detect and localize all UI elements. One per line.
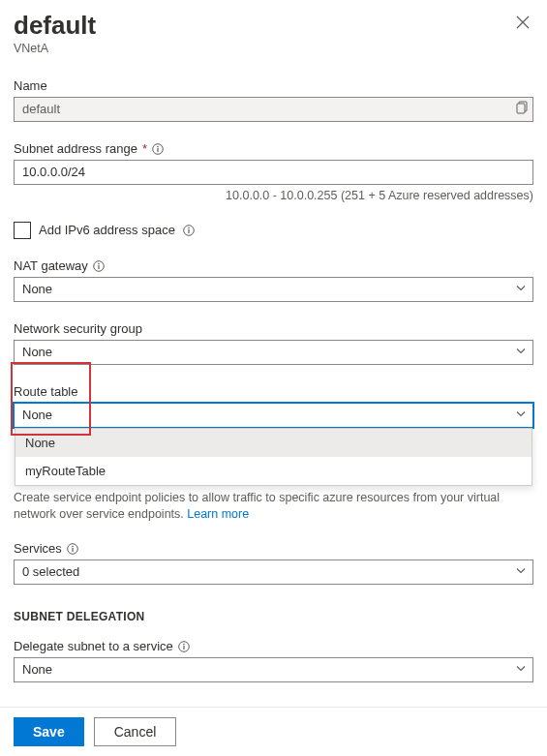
- route-table-dropdown[interactable]: None None myRouteTable: [14, 403, 533, 428]
- nsg-value: None: [22, 345, 52, 359]
- services-label: Services: [14, 541, 62, 556]
- nat-gateway-dropdown[interactable]: None: [14, 277, 533, 302]
- chevron-down-icon: [515, 345, 527, 359]
- delegate-value: None: [22, 662, 52, 677]
- route-table-option-myroutetable[interactable]: myRouteTable: [15, 457, 532, 485]
- copy-icon[interactable]: [516, 101, 530, 118]
- nsg-dropdown[interactable]: None: [14, 340, 533, 365]
- breadcrumb: VNetA: [14, 42, 533, 55]
- route-table-value: None: [22, 408, 52, 422]
- nat-gateway-value: None: [22, 282, 52, 296]
- footer: Save Cancel: [0, 707, 547, 756]
- name-label: Name: [14, 78, 533, 93]
- info-icon[interactable]: [183, 223, 195, 237]
- add-ipv6-label: Add IPv6 address space: [39, 223, 175, 237]
- svg-rect-1: [517, 104, 525, 113]
- close-icon[interactable]: [512, 12, 533, 37]
- service-endpoints-helper-text: Create service endpoint policies to allo…: [14, 491, 500, 522]
- svg-point-15: [183, 643, 185, 645]
- subnet-delegation-heading: SUBNET DELEGATION: [14, 610, 533, 623]
- chevron-down-icon: [515, 662, 527, 677]
- subnet-range-label: Subnet address range: [14, 141, 137, 156]
- chevron-down-icon: [515, 564, 527, 579]
- route-table-option-none[interactable]: None: [15, 429, 532, 457]
- nsg-label: Network security group: [14, 321, 533, 336]
- chevron-down-icon: [515, 408, 527, 422]
- route-table-label: Route table: [14, 384, 533, 399]
- service-endpoints-helper: Create service endpoint policies to allo…: [14, 490, 533, 524]
- svg-rect-10: [98, 265, 99, 269]
- svg-rect-7: [188, 229, 189, 233]
- page-title: default: [14, 12, 512, 40]
- info-icon[interactable]: [178, 639, 190, 653]
- svg-point-9: [98, 262, 100, 264]
- svg-point-3: [157, 145, 159, 147]
- svg-point-12: [72, 545, 74, 547]
- svg-rect-4: [157, 148, 158, 152]
- chevron-down-icon: [515, 282, 527, 296]
- save-button[interactable]: Save: [14, 717, 84, 746]
- info-icon[interactable]: [93, 258, 105, 273]
- learn-more-link[interactable]: Learn more: [187, 507, 249, 521]
- subnet-range-hint: 10.0.0.0 - 10.0.0.255 (251 + 5 Azure res…: [14, 189, 533, 202]
- delegate-label: Delegate subnet to a service: [14, 639, 173, 653]
- svg-rect-16: [183, 646, 184, 650]
- route-table-menu: None myRouteTable: [15, 428, 532, 486]
- subnet-range-input[interactable]: [14, 160, 533, 185]
- info-icon[interactable]: [152, 141, 164, 156]
- svg-rect-13: [72, 548, 73, 552]
- info-icon[interactable]: [67, 541, 78, 556]
- cancel-button[interactable]: Cancel: [94, 717, 177, 746]
- services-dropdown[interactable]: 0 selected: [14, 559, 533, 585]
- svg-point-6: [188, 227, 190, 229]
- name-input[interactable]: [14, 97, 533, 122]
- required-indicator: *: [142, 141, 147, 156]
- nat-gateway-label: NAT gateway: [14, 258, 88, 273]
- add-ipv6-checkbox[interactable]: [14, 222, 31, 239]
- services-value: 0 selected: [22, 564, 79, 579]
- delegate-dropdown[interactable]: None: [14, 657, 533, 682]
